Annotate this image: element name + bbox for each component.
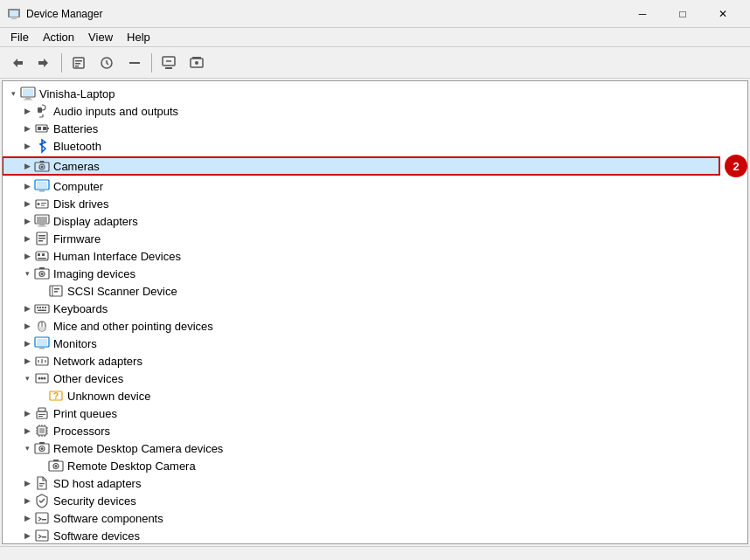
svg-rect-56 xyxy=(45,307,46,308)
toolbar-uninstall-button[interactable] xyxy=(122,51,148,75)
tree-item-monitors[interactable]: ▶ Monitors xyxy=(3,335,747,352)
svg-rect-39 xyxy=(38,238,45,239)
svg-rect-61 xyxy=(39,348,45,349)
network-expander: ▶ xyxy=(20,354,34,368)
processors-label: Processors xyxy=(53,425,110,438)
svg-rect-10 xyxy=(165,67,172,69)
toolbar-properties-button[interactable] xyxy=(66,51,92,75)
svg-rect-35 xyxy=(39,225,45,226)
svg-rect-54 xyxy=(39,307,41,308)
close-button[interactable]: ✕ xyxy=(703,0,743,28)
svg-rect-1 xyxy=(10,10,18,17)
app-icon xyxy=(7,7,21,21)
tree-item-sd[interactable]: ▶ SD host adapters xyxy=(3,474,747,492)
tree-item-computer[interactable]: ▶ Computer xyxy=(3,177,747,195)
imaging-expander: ▾ xyxy=(20,266,34,280)
display-label: Display adapters xyxy=(53,215,138,228)
tree-item-security[interactable]: ▶ Security devices xyxy=(3,492,747,509)
batteries-expander: ▶ xyxy=(20,121,34,135)
svg-rect-44 xyxy=(38,258,46,259)
tree-item-display[interactable]: ▶ Display adapters xyxy=(3,212,747,230)
toolbar-back-button[interactable] xyxy=(3,51,30,75)
remote-expander: ▾ xyxy=(20,441,34,455)
tree-item-mice[interactable]: ▶ Mice and other pointing devices xyxy=(3,317,747,335)
tree-item-bluetooth[interactable]: ▶ Bluetooth xyxy=(3,137,747,155)
svg-rect-55 xyxy=(42,307,44,308)
svg-rect-15 xyxy=(23,89,33,96)
disk-label: Disk drives xyxy=(53,197,109,211)
svg-text:?: ? xyxy=(53,391,59,401)
tree-item-remote[interactable]: ▾ Remote Desktop Camera devices xyxy=(3,439,747,457)
svg-rect-38 xyxy=(38,235,45,237)
remote-camera-icon xyxy=(48,458,64,474)
tree-item-network[interactable]: ▶ Network adapters xyxy=(3,352,747,370)
audio-icon xyxy=(34,103,50,119)
tree-item-software-dev[interactable]: ▶ Software devices xyxy=(3,527,747,544)
other-icon xyxy=(34,370,50,386)
menu-help[interactable]: Help xyxy=(120,29,157,45)
tree-item-keyboards[interactable]: ▶ Keyboards xyxy=(3,300,747,317)
annotation-badge-2: 2 xyxy=(725,155,747,177)
tree-item-processors[interactable]: ▶ Processors xyxy=(3,422,747,439)
computer-item-icon xyxy=(34,178,50,194)
toolbar-update-button[interactable] xyxy=(94,51,120,75)
svg-rect-51 xyxy=(54,291,58,293)
svg-rect-53 xyxy=(37,307,38,308)
svg-rect-36 xyxy=(38,226,46,227)
tree-item-software-comp[interactable]: ▶ Software components xyxy=(3,509,747,527)
tree-item-batteries[interactable]: ▶ Batteries xyxy=(3,120,747,137)
svg-point-13 xyxy=(195,61,198,65)
svg-rect-82 xyxy=(53,460,59,461)
mice-label: Mice and other pointing devices xyxy=(53,320,213,333)
tree-item-remote-camera[interactable]: ▶ Remote Desktop Camera xyxy=(3,457,747,474)
unknown-label: Unknown device xyxy=(67,390,150,403)
tree-item-hid[interactable]: ▶ Human Interface Devices xyxy=(3,247,747,265)
svg-rect-34 xyxy=(37,217,47,223)
svg-rect-21 xyxy=(38,127,41,130)
tree-item-print[interactable]: ▶ Print queues xyxy=(3,404,747,422)
maximize-button[interactable]: □ xyxy=(663,0,703,28)
toolbar-forward-button[interactable] xyxy=(31,51,58,75)
svg-rect-28 xyxy=(39,190,45,192)
tree-item-disk[interactable]: ▶ Disk drives xyxy=(3,195,747,212)
svg-point-65 xyxy=(41,377,44,380)
cameras-row-wrapper: ▶ Cameras 2 xyxy=(3,155,747,177)
display-expander: ▶ xyxy=(20,214,34,228)
keyboards-expander: ▶ xyxy=(20,301,34,315)
menu-file[interactable]: File xyxy=(3,29,36,45)
svg-rect-52 xyxy=(35,305,49,313)
tree-root[interactable]: ▾ Vinisha-Laptop xyxy=(3,85,747,102)
computer-icon xyxy=(20,86,36,101)
network-icon xyxy=(34,353,50,369)
tree-item-other[interactable]: ▾ Other devices xyxy=(3,370,747,387)
tree-item-unknown[interactable]: ▶ ? Unknown device xyxy=(3,387,747,404)
minimize-button[interactable]: ─ xyxy=(622,0,663,28)
processors-icon xyxy=(34,423,50,439)
tree-item-imaging[interactable]: ▾ Imaging devices xyxy=(3,265,747,282)
menu-view[interactable]: View xyxy=(81,29,120,45)
toolbar-troubleshoot-button[interactable] xyxy=(184,51,210,75)
unknown-icon: ? xyxy=(48,388,64,404)
device-tree-container[interactable]: ▾ Vinisha-Laptop ▶ Audio xyxy=(2,80,748,544)
tree-item-scsi[interactable]: ▶ SCSI Scanner Device xyxy=(3,282,747,300)
tree-item-cameras[interactable]: ▶ Cameras xyxy=(3,157,719,175)
tree-item-firmware[interactable]: ▶ Firmware xyxy=(3,230,747,247)
security-expander: ▶ xyxy=(20,494,34,508)
svg-rect-71 xyxy=(38,414,45,415)
remote-camera-label: Remote Desktop Camera xyxy=(67,460,196,473)
svg-rect-2 xyxy=(11,18,17,19)
tree-item-audio[interactable]: ▶ Audio inputs and outputs xyxy=(3,102,747,120)
svg-rect-17 xyxy=(24,100,32,100)
software-dev-label: Software devices xyxy=(53,529,140,543)
cameras-expander: ▶ xyxy=(20,159,34,173)
mice-icon xyxy=(34,318,50,334)
bluetooth-expander: ▶ xyxy=(20,139,34,153)
firmware-label: Firmware xyxy=(53,232,101,245)
toolbar-scan-button[interactable] xyxy=(156,51,182,75)
keyboards-label: Keyboards xyxy=(53,302,108,315)
svg-rect-22 xyxy=(43,127,46,130)
menu-action[interactable]: Action xyxy=(36,29,81,45)
other-label: Other devices xyxy=(53,372,123,385)
svg-rect-32 xyxy=(41,205,45,206)
audio-label: Audio inputs and outputs xyxy=(53,105,178,118)
